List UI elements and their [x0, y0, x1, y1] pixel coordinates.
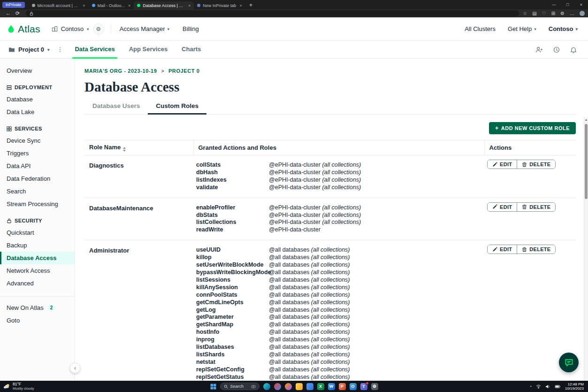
page-scrollbar[interactable]: ▲ ▼	[584, 117, 588, 392]
taskbar-app-teams-icon[interactable]: T	[360, 383, 367, 390]
get-help-menu[interactable]: Get Help▾	[508, 25, 536, 32]
refresh-icon[interactable]: ⟳	[13, 11, 22, 16]
browser-toolbar: ← ⟳ ☆▤♡⊞⚙…	[0, 9, 588, 17]
taskbar-app-powerpoint-icon[interactable]: P	[339, 383, 346, 390]
sidebar-item-goto[interactable]: Goto	[0, 314, 75, 327]
sidebar-item-label: Network Access	[7, 267, 50, 274]
tab-custom-roles[interactable]: Custom Roles	[148, 102, 206, 114]
sidebar-item-data-api[interactable]: Data API	[0, 160, 75, 172]
browser-tab[interactable]: Microsoft account | Home×	[29, 1, 89, 9]
sidebar-item-backup[interactable]: Backup	[0, 239, 75, 252]
atlas-logo[interactable]: Atlas	[7, 23, 40, 35]
browser-tab[interactable]: Database Access | Cloud: Mong...×	[134, 1, 194, 9]
taskbar-search-input[interactable]: Search	[220, 383, 260, 390]
user-org-menu[interactable]: Contoso▾	[549, 25, 578, 32]
sidebar-item-search[interactable]: Search	[0, 185, 75, 198]
delete-role-button[interactable]: DELETE	[517, 203, 555, 211]
edit-role-button[interactable]: EDIT	[488, 203, 517, 211]
volume-icon[interactable]	[545, 384, 550, 389]
activity-feed-icon[interactable]	[553, 46, 560, 53]
all-clusters-link[interactable]: All Clusters	[465, 25, 496, 32]
sidebar-item-label: Stream Processing	[7, 200, 58, 208]
column-header-role-name[interactable]: Role Name	[84, 140, 193, 155]
sidebar-item-network-access[interactable]: Network Access	[0, 264, 75, 277]
edit-role-button[interactable]: EDIT	[488, 245, 517, 254]
scrollbar-thumb[interactable]	[585, 124, 588, 199]
taskbar-clock[interactable]: 12:48 PM 10/19/2023	[565, 382, 584, 391]
start-button-icon[interactable]	[210, 384, 216, 390]
sidebar-item-label: Device Sync	[7, 137, 40, 144]
tab-close-icon[interactable]: ×	[83, 3, 85, 8]
invite-user-icon[interactable]	[535, 46, 543, 53]
new-tab-button[interactable]: +	[249, 1, 253, 8]
sidebar-collapse-icon[interactable]: ‹	[70, 363, 80, 373]
close-button[interactable]: ×	[574, 0, 588, 9]
billing-link[interactable]: Billing	[183, 25, 199, 32]
taskbar-app-outlook-icon[interactable]: O	[350, 383, 357, 390]
tab-close-icon[interactable]: ×	[128, 3, 130, 8]
org-selector[interactable]: Contoso ▾	[52, 25, 89, 32]
scroll-up-icon[interactable]: ▲	[584, 118, 588, 121]
taskbar-app-microsoft-edge-icon[interactable]	[263, 383, 270, 390]
visual-search-camera-icon[interactable]	[251, 384, 256, 388]
taskbar-app-file-explorer-icon[interactable]	[296, 383, 303, 390]
maximize-button[interactable]: □	[561, 0, 574, 9]
taskbar-app-word-icon[interactable]: W	[328, 383, 335, 390]
sidebar-item-stream-processing[interactable]: Stream Processing	[0, 198, 75, 210]
tab-charts[interactable]: Charts	[175, 41, 208, 59]
tab-close-icon[interactable]: ×	[188, 3, 191, 8]
org-settings-gear-icon[interactable]: ⚙	[93, 23, 104, 35]
tab-data-services[interactable]: Data Services	[68, 41, 122, 59]
new-count-badge: 2	[47, 305, 56, 311]
taskbar-app-firefox-icon[interactable]	[285, 383, 292, 390]
sidebar-item-database-access[interactable]: Database Access	[0, 252, 75, 264]
profile-avatar-icon[interactable]	[580, 11, 585, 16]
minimize-button[interactable]: —	[547, 0, 561, 9]
sidebar-item-database[interactable]: Database	[0, 93, 75, 106]
sidebar-item-advanced[interactable]: Advanced	[0, 277, 75, 290]
sidebar-item-new-on-atlas[interactable]: New On Atlas2	[0, 301, 75, 314]
access-manager-menu[interactable]: Access Manager▾	[120, 25, 169, 32]
sidebar-item-data-lake[interactable]: Data Lake	[0, 106, 75, 118]
tab-database-users[interactable]: Database Users	[84, 102, 148, 114]
hidden-icons-chevron-icon[interactable]: ^	[530, 384, 532, 389]
wifi-icon[interactable]	[536, 384, 541, 389]
project-kebab-menu-icon[interactable]: ⋮	[57, 46, 63, 53]
delete-role-button[interactable]: DELETE	[517, 160, 555, 169]
tab-app-services[interactable]: App Services	[122, 41, 175, 59]
taskbar-app-excel-icon[interactable]: X	[317, 383, 324, 390]
tab-close-icon[interactable]: ×	[239, 3, 242, 8]
back-icon[interactable]: ←	[3, 11, 13, 16]
sidebar-item-data-federation[interactable]: Data Federation	[0, 172, 75, 185]
taskbar-app-settings-icon[interactable]: ⚙	[371, 383, 378, 390]
sidebar-item-overview[interactable]: Overview	[0, 64, 75, 77]
taskbar-app-google-chrome-icon[interactable]	[274, 383, 281, 390]
sidebar-item-triggers[interactable]: Triggers	[0, 147, 75, 160]
sidebar-divider	[0, 296, 75, 297]
address-bar[interactable]	[26, 10, 519, 16]
sidebar-item-quickstart[interactable]: Quickstart	[0, 226, 75, 239]
split-screen-icon[interactable]: ⊞	[551, 11, 555, 16]
sidebar-item-device-sync[interactable]: Device Sync	[0, 134, 75, 147]
battery-icon[interactable]	[555, 385, 561, 388]
breadcrumb-org-link[interactable]: MARIA'S ORG - 2023-10-19	[84, 68, 157, 74]
chat-assistant-button[interactable]	[559, 353, 579, 372]
add-new-custom-role-button[interactable]: + ADD NEW CUSTOM ROLE	[489, 122, 576, 134]
browser-tab[interactable]: Mail - Outloo...×	[89, 1, 134, 9]
edit-role-button[interactable]: EDIT	[488, 160, 517, 169]
browser-essentials-icon[interactable]: ♡	[542, 11, 546, 16]
alerts-bell-icon[interactable]	[570, 46, 577, 53]
collections-icon[interactable]: ▤	[532, 11, 536, 16]
action-name: getLog	[196, 307, 269, 314]
favorites-icon[interactable]: ☆	[523, 11, 527, 16]
project-selector[interactable]: Project 0 ▾	[8, 46, 49, 53]
taskbar-app-microsoft-store-icon[interactable]	[306, 383, 313, 390]
delete-role-button[interactable]: DELETE	[517, 245, 555, 254]
target-text: @all databases	[269, 351, 309, 358]
breadcrumb-project-link[interactable]: PROJECT 0	[168, 68, 200, 74]
browser-tab[interactable]: New InPrivate tab×	[194, 1, 245, 9]
weather-widget[interactable]: 81°F Mostly cloudy	[0, 382, 34, 391]
settings-icon[interactable]: ⚙	[560, 11, 565, 16]
sort-icon[interactable]	[123, 147, 126, 152]
more-menu-icon[interactable]: …	[570, 11, 574, 16]
